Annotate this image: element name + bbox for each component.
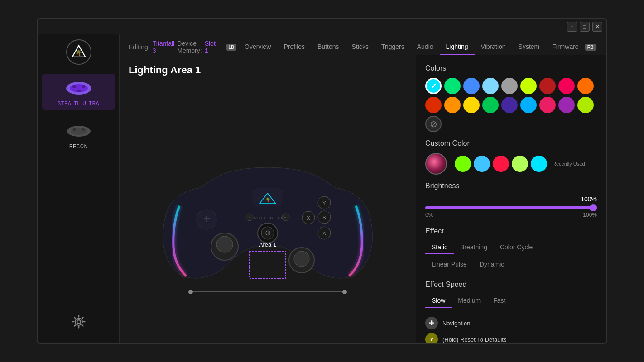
recon-icon <box>64 120 93 142</box>
speed-medium[interactable]: Medium <box>452 294 487 308</box>
swatch-dark-red[interactable] <box>539 78 556 94</box>
top-nav: Editing: Titanfall 3 Device Memory: Slot… <box>120 34 606 55</box>
svg-text:≡: ≡ <box>249 216 250 219</box>
svg-text:🌴: 🌴 <box>75 49 82 57</box>
svg-text:Area 1: Area 1 <box>259 241 276 248</box>
speed-fast[interactable]: Fast <box>487 294 512 308</box>
swatch-orange2[interactable] <box>444 97 461 113</box>
swatch-light-blue2[interactable] <box>520 97 537 113</box>
swatch-gray[interactable] <box>501 78 518 94</box>
nav-tabs: LB Overview Profiles Buttons Sticks Trig… <box>226 39 598 55</box>
recent-swatch-4[interactable] <box>531 156 547 172</box>
swatch-yellow[interactable] <box>463 97 480 113</box>
minimize-button[interactable]: − <box>567 22 577 32</box>
swatch-none[interactable]: ⊘ <box>425 116 442 132</box>
swatch-green2[interactable] <box>482 97 499 113</box>
effect-row-2: Linear Pulse Dynamic <box>425 258 597 272</box>
swatch-orange[interactable] <box>577 78 594 94</box>
speed-section: Effect Speed Slow Medium Fast <box>425 281 597 308</box>
swatch-hot-pink[interactable] <box>539 97 556 113</box>
speed-slow[interactable]: Slow <box>425 294 452 308</box>
hint-navigation-label: Navigation <box>442 320 470 327</box>
tab-sticks[interactable]: Sticks <box>346 39 375 55</box>
brightness-title: Brightness <box>425 182 597 190</box>
effect-section: Effect Static Breathing Color Cycle Line… <box>425 227 597 272</box>
tab-audio[interactable]: Audio <box>411 39 440 55</box>
tab-firmware[interactable]: Firmware <box>546 39 585 55</box>
app-content: 🌴 STEALTH ULTRA <box>38 34 606 343</box>
y-button-icon: Y <box>425 333 438 343</box>
swatch-blue[interactable] <box>463 78 480 94</box>
slider-fill <box>425 206 597 209</box>
svg-point-5 <box>82 85 85 88</box>
rb-badge: RB <box>585 44 596 51</box>
effect-static[interactable]: Static <box>425 241 454 254</box>
sidebar: 🌴 STEALTH ULTRA <box>38 34 120 343</box>
swatch-cyan[interactable] <box>425 78 442 94</box>
speed-title: Effect Speed <box>425 281 597 289</box>
brightness-slider[interactable] <box>425 206 597 209</box>
swatch-yellow-green[interactable] <box>520 78 537 94</box>
device-memory-label: Device Memory: <box>177 40 202 54</box>
sidebar-item-stealth-ultra[interactable]: STEALTH ULTRA <box>42 74 115 110</box>
brightness-value: 100% <box>425 195 597 203</box>
custom-color-picker[interactable] <box>425 153 447 175</box>
recent-swatch-1[interactable] <box>474 156 490 172</box>
effect-linear-pulse[interactable]: Linear Pulse <box>425 258 473 272</box>
tab-buttons[interactable]: Buttons <box>311 39 345 55</box>
close-button[interactable]: ✕ <box>592 22 602 32</box>
lb-badge: LB <box>226 44 236 51</box>
recent-swatch-2[interactable] <box>493 156 509 172</box>
brightness-section: Brightness 100% 0% 100% <box>425 182 597 218</box>
tab-overview[interactable]: Overview <box>238 39 277 55</box>
tab-vibration[interactable]: Vibration <box>475 39 512 55</box>
swatch-purple[interactable] <box>558 97 575 113</box>
svg-text:⋯: ⋯ <box>284 215 288 219</box>
swatch-deep-purple[interactable] <box>501 97 518 113</box>
swatch-green[interactable] <box>444 78 461 94</box>
svg-text:B: B <box>322 215 326 220</box>
controller-area: Lighting Area 1 <box>120 55 416 343</box>
swatch-pink[interactable] <box>558 78 575 94</box>
tab-profiles[interactable]: Profiles <box>277 39 311 55</box>
svg-point-4 <box>72 85 76 88</box>
swatch-light-blue[interactable] <box>482 78 499 94</box>
colors-title: Colors <box>425 64 597 72</box>
controller-view: 🌴 TURTLE BEACH ⊕ <box>129 87 407 333</box>
logo-icon: 🌴 <box>71 44 87 60</box>
svg-point-40 <box>342 290 347 294</box>
logo: 🌴 <box>66 39 91 65</box>
lighting-area-title: Lighting Area 1 <box>129 64 407 80</box>
svg-point-21 <box>294 251 309 267</box>
color-swatches: ⊘ <box>425 78 597 132</box>
effect-title: Effect <box>425 227 597 235</box>
svg-rect-36 <box>250 251 286 278</box>
effect-breathing[interactable]: Breathing <box>454 241 494 254</box>
slider-thumb[interactable] <box>590 204 597 211</box>
svg-point-39 <box>188 290 193 294</box>
tab-triggers[interactable]: Triggers <box>375 39 411 55</box>
effect-dynamic[interactable]: Dynamic <box>473 258 510 272</box>
slider-labels: 0% 100% <box>425 212 597 218</box>
custom-color-row: Recently Used <box>425 153 597 175</box>
hint-reset: Y (Hold) Reset To Defaults <box>425 333 597 343</box>
effect-color-cycle[interactable]: Color Cycle <box>494 241 539 254</box>
settings-button[interactable] <box>69 312 89 332</box>
swatch-lime[interactable] <box>577 97 594 113</box>
swatch-red[interactable] <box>425 97 442 113</box>
controller-image[interactable]: 🌴 TURTLE BEACH ⊕ <box>136 115 399 305</box>
svg-text:X: X <box>307 215 310 221</box>
content-area: Lighting Area 1 <box>120 55 606 343</box>
tab-lighting[interactable]: Lighting <box>440 39 475 55</box>
maximize-button[interactable]: □ <box>580 22 590 32</box>
tab-system[interactable]: System <box>512 39 546 55</box>
svg-point-9 <box>72 128 76 131</box>
right-panel: Colors <box>416 55 606 343</box>
recent-swatch-3[interactable] <box>512 156 528 172</box>
sidebar-item-recon[interactable]: RECON <box>42 117 115 152</box>
recent-swatch-0[interactable] <box>455 156 471 172</box>
svg-point-10 <box>82 128 85 131</box>
svg-point-19 <box>216 236 233 252</box>
recently-used <box>455 156 547 172</box>
stealth-ultra-icon <box>64 77 93 99</box>
